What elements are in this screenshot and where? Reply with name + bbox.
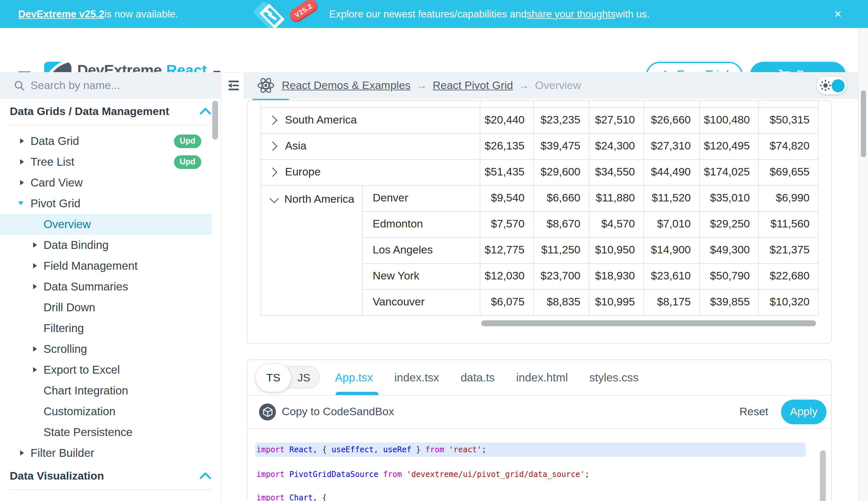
pivot-value-cell[interactable]: $14,900	[644, 237, 700, 263]
pivot-value-cell[interactable]: $27,510	[589, 107, 644, 133]
tab-styles-css[interactable]: styles.css	[590, 371, 639, 384]
pivot-value-cell[interactable]: $50,315	[759, 107, 818, 133]
pivot-value-cell[interactable]: $10,320	[759, 289, 818, 315]
code-line[interactable]: import Chart, {	[255, 491, 806, 501]
pivot-value-cell[interactable]: $23,610	[644, 263, 700, 289]
pivot-horizontal-scrollbar[interactable]	[481, 320, 816, 327]
pivot-row-subheader[interactable]: Denver	[363, 185, 480, 211]
chevron-up-icon[interactable]	[199, 472, 211, 484]
sidebar-scrollbar[interactable]	[212, 101, 218, 140]
pivot-row-subheader[interactable]: Los Angeles	[363, 237, 480, 263]
pivot-value-cell[interactable]: $11,560	[759, 211, 818, 237]
sidebar-item-field-management[interactable]: Field Management	[0, 255, 221, 276]
pivot-value-cell[interactable]: $6,990	[759, 185, 818, 211]
close-icon[interactable]: ✕	[834, 0, 842, 28]
sidebar-section-header[interactable]: Data Grids / Data Management	[0, 99, 221, 125]
chevron-right-icon[interactable]	[268, 116, 277, 125]
share-your-thoughts-link[interactable]: share your thoughts	[527, 8, 615, 20]
sidebar-item-scrolling[interactable]: Scrolling	[0, 339, 221, 359]
code-line[interactable]: import React, { useEffect, useRef } from…	[255, 443, 806, 457]
pivot-value-cell[interactable]: $27,310	[644, 133, 700, 159]
chevron-right-icon[interactable]	[268, 168, 277, 177]
sidebar-item-chart-integration[interactable]: Chart Integration	[0, 380, 221, 401]
page-scrollbar-thumb[interactable]	[861, 90, 866, 157]
pivot-value-cell[interactable]: $39,475	[533, 133, 589, 159]
sidebar-item-drill-down[interactable]: Drill Down	[0, 297, 221, 318]
pivot-value-cell[interactable]: $21,375	[759, 237, 818, 263]
codesandbox-icon[interactable]	[259, 404, 276, 420]
pivot-value-cell[interactable]: $23,235	[533, 107, 589, 133]
pivot-row-subheader[interactable]: Edmonton	[363, 211, 480, 237]
pivot-row-header[interactable]: Asia	[261, 133, 480, 159]
breadcrumb-item-react-demos-examples[interactable]: React Demos & Examples	[282, 79, 411, 91]
page-scrollbar-track[interactable]	[858, 28, 868, 501]
chevron-down-icon[interactable]	[270, 194, 279, 203]
pivot-value-cell[interactable]: $20,440	[480, 107, 533, 133]
sidebar-item-customization[interactable]: Customization	[0, 401, 221, 422]
pivot-value-cell[interactable]: $11,520	[644, 185, 700, 211]
collapse-sidebar-icon[interactable]	[227, 81, 240, 90]
pivot-value-cell[interactable]: $4,570	[589, 211, 644, 237]
pivot-value-cell[interactable]: $8,670	[533, 211, 589, 237]
lang-js-label[interactable]: JS	[297, 366, 310, 389]
pivot-value-cell[interactable]: $22,680	[759, 263, 818, 289]
apply-button[interactable]: Apply	[781, 399, 826, 424]
banner-version-link[interactable]: DevExtreme v25.2	[18, 8, 104, 20]
pivot-value-cell[interactable]: $100,480	[700, 107, 759, 133]
pivot-value-cell[interactable]: $12,775	[480, 237, 533, 263]
pivot-value-cell[interactable]: $11,250	[533, 237, 589, 263]
sidebar-item-export-to-excel[interactable]: Export to Excel	[0, 359, 221, 380]
pivot-value-cell[interactable]: $7,010	[644, 211, 700, 237]
pivot-value-cell[interactable]: $10,995	[589, 289, 644, 315]
sidebar-item-data-summaries[interactable]: Data Summaries	[0, 276, 221, 297]
pivot-value-cell[interactable]: $8,175	[644, 289, 700, 315]
sidebar-section-header[interactable]: Data Visualization	[0, 463, 221, 489]
chevron-right-icon[interactable]	[268, 142, 277, 151]
pivot-value-cell[interactable]: $24,300	[589, 133, 644, 159]
pivot-value-cell[interactable]: $7,570	[480, 211, 533, 237]
pivot-value-cell[interactable]: $11,880	[589, 185, 644, 211]
reset-button[interactable]: Reset	[739, 396, 768, 428]
language-toggle-knob[interactable]: TS	[256, 364, 291, 392]
code-line[interactable]: import PivotGridDataSource from 'devextr…	[255, 467, 806, 481]
sidebar-item-pivot-grid[interactable]: Pivot Grid	[0, 193, 221, 214]
sidebar-item-overview[interactable]: Overview	[0, 214, 212, 235]
code-editor[interactable]: import React, { useEffect, useRef } from…	[248, 429, 831, 501]
sidebar-item-tree-list[interactable]: Tree ListUpd	[0, 151, 221, 172]
tab-data-ts[interactable]: data.ts	[461, 371, 495, 384]
sidebar-item-filtering[interactable]: Filtering	[0, 318, 221, 339]
pivot-value-cell[interactable]: $6,075	[480, 289, 533, 315]
pivot-value-cell[interactable]: $74,820	[759, 133, 818, 159]
code-scrollbar[interactable]	[820, 450, 826, 501]
pivot-row-header[interactable]: South America	[261, 107, 480, 133]
sidebar-item-state-persistence[interactable]: State Persistence	[0, 422, 221, 443]
pivot-value-cell[interactable]: $8,835	[533, 289, 589, 315]
pivot-value-cell[interactable]: $9,540	[480, 185, 533, 211]
pivot-value-cell[interactable]: $69,655	[759, 159, 818, 185]
pivot-value-cell[interactable]: $34,550	[589, 159, 644, 185]
tab-index-tsx[interactable]: index.tsx	[394, 371, 439, 384]
pivot-value-cell[interactable]: $29,600	[533, 159, 589, 185]
pivot-value-cell[interactable]: $10,950	[589, 237, 644, 263]
pivot-row-header[interactable]: North America	[261, 185, 363, 315]
language-toggle[interactable]: TS JS	[256, 366, 320, 388]
pivot-value-cell[interactable]: $6,660	[533, 185, 589, 211]
pivot-value-cell[interactable]: $12,030	[480, 263, 533, 289]
pivot-value-cell[interactable]: $35,010	[700, 185, 759, 211]
pivot-value-cell[interactable]: $29,250	[700, 211, 759, 237]
sidebar-item-filter-builder[interactable]: Filter Builder	[0, 443, 221, 463]
pivot-value-cell[interactable]: $26,135	[480, 133, 533, 159]
breadcrumb-item-react-pivot-grid[interactable]: React Pivot Grid	[433, 79, 513, 91]
pivot-value-cell[interactable]: $49,300	[700, 237, 759, 263]
pivot-value-cell[interactable]: $174,025	[700, 159, 759, 185]
chevron-up-icon[interactable]	[199, 107, 211, 119]
pivot-value-cell[interactable]: $44,490	[644, 159, 700, 185]
sidebar-item-data-grid[interactable]: Data GridUpd	[0, 131, 221, 151]
pivot-row-subheader[interactable]: New York	[363, 263, 480, 289]
sidebar-item-card-view[interactable]: Card View	[0, 172, 221, 193]
pivot-value-cell[interactable]: $120,495	[700, 133, 759, 159]
pivot-value-cell[interactable]: $23,700	[533, 263, 589, 289]
sidebar-search[interactable]: Search by name...	[0, 72, 221, 99]
pivot-value-cell[interactable]: $39,855	[700, 289, 759, 315]
copy-to-codesandbox-button[interactable]: Copy to CodeSandBox	[282, 396, 394, 428]
